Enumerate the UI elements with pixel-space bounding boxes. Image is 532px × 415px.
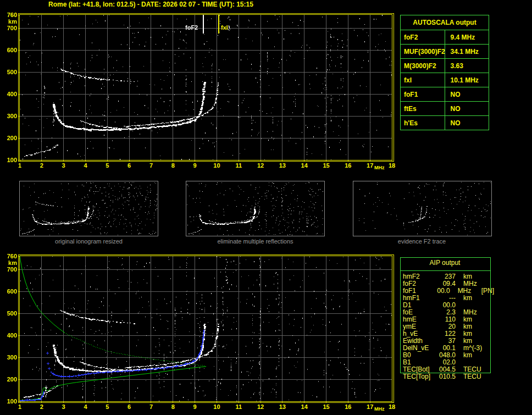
aip-note: [PN] [481, 287, 494, 295]
fxI-marker-label: fxI [221, 24, 228, 31]
x-tick-7: 7 [145, 403, 158, 410]
x-tick-9: 9 [189, 162, 202, 169]
autoscala-row-foF2: foF29.4 MHz [401, 30, 489, 45]
y-tick-600: 600 [0, 47, 17, 53]
y-tick-760: 760 [0, 12, 17, 18]
thumbnail-caption: original ionogram resized [19, 238, 158, 245]
aip-value: 010.5 [435, 373, 456, 380]
y-tick-760: 760 [0, 253, 17, 259]
x-tick-16: 16 [341, 162, 354, 169]
y-tick-300: 300 [0, 113, 17, 119]
x-tick-11: 11 [232, 162, 245, 169]
thumbnail-eliminate-reflections [186, 181, 325, 236]
x-tick-16: 16 [341, 403, 354, 410]
main-ionogram-plot [18, 13, 394, 162]
x-tick-12: 12 [254, 162, 267, 169]
autoscala-table: AUTOSCALA output foF29.4 MHz MUF(3000)F2… [400, 15, 489, 130]
aip-unit: km [463, 295, 489, 302]
y-tick-700: 700 [0, 25, 17, 31]
y-tick-400: 400 [0, 91, 17, 97]
page-title: Rome (lat: +41.8, lon: 012.5) - DATE: 20… [48, 1, 253, 8]
x-tick-14: 14 [298, 162, 311, 169]
x-tick-8: 8 [167, 403, 180, 410]
y-tick-500: 500 [0, 69, 17, 75]
x-tick-15: 15 [320, 162, 333, 169]
x-tick-10: 10 [210, 403, 223, 410]
x-tick-8: 8 [167, 162, 180, 169]
x-tick-11: 11 [232, 403, 245, 410]
x-tick-9: 9 [189, 403, 202, 410]
autoscala-header: AUTOSCALA output [401, 15, 489, 30]
autoscala-row-MUF3000F2: MUF(3000)F234.1 MHz [401, 45, 489, 59]
autoscala-row-fxI: fxI10.1 MHz [401, 73, 489, 87]
x-tick-18: 18 [385, 162, 398, 169]
y-tick-300: 300 [0, 354, 17, 361]
x-tick-6: 6 [123, 162, 136, 169]
aip-header-divider [400, 270, 490, 271]
main-ionogram-canvas [18, 13, 394, 162]
autoscala-row-foF1: foF1NO [401, 87, 489, 102]
y-axis-unit-km: km [0, 18, 17, 25]
x-tick-4: 4 [79, 403, 92, 410]
x-tick-2: 2 [35, 403, 48, 410]
autoscala-row-ftEs: ftEsNO [401, 102, 489, 116]
thumbnail-evidence-f2 [353, 181, 492, 236]
aip-label: TEC[Top] [403, 373, 435, 380]
x-tick-14: 14 [298, 403, 311, 410]
autoscala-screen: Rome (lat: +41.8, lon: 012.5) - DATE: 20… [0, 0, 532, 415]
aip-header: AIP output [400, 259, 490, 267]
aip-row-TEC[Top]: TEC[Top]010.5TECU [403, 373, 494, 380]
x-tick-13: 13 [276, 403, 289, 410]
thumbnail-canvas [186, 181, 324, 236]
x-tick-6: 6 [123, 403, 136, 410]
x-tick-10: 10 [210, 162, 223, 169]
y-tick-500: 500 [0, 310, 17, 317]
y-tick-200: 200 [0, 135, 17, 141]
x-tick-13: 13 [276, 162, 289, 169]
x-tick-12: 12 [254, 403, 267, 410]
x-tick-3: 3 [57, 403, 70, 410]
foF2-marker-label: foF2 [185, 24, 198, 31]
x-tick-1: 1 [13, 162, 26, 169]
aip-unit: TECU [463, 373, 489, 380]
y-tick-400: 400 [0, 332, 17, 339]
x-tick-7: 7 [145, 162, 158, 169]
x-tick-2: 2 [35, 162, 48, 169]
autoscala-row-M3000F2: M(3000)F23.63 [401, 59, 489, 73]
x-tick-4: 4 [79, 162, 92, 169]
autoscala-row-hEs: h'EsNO [401, 116, 489, 130]
aip-unit: km [463, 352, 489, 359]
x-axis-unit-mhz: MHz [374, 165, 385, 170]
x-axis-unit-mhz: MHz [374, 406, 385, 412]
thumbnail-original-ionogram [19, 181, 158, 236]
y-tick-200: 200 [0, 376, 17, 383]
x-tick-1: 1 [13, 403, 26, 410]
profile-ionogram-canvas [18, 254, 394, 403]
aip-value: 00.0 [431, 287, 450, 295]
y-tick-600: 600 [0, 288, 17, 295]
x-tick-3: 3 [57, 162, 70, 169]
y-tick-700: 700 [0, 266, 17, 273]
thumbnail-canvas [353, 181, 491, 236]
thumbnail-caption: eliminate multiple reflections [186, 238, 325, 245]
x-tick-5: 5 [101, 403, 114, 410]
x-tick-5: 5 [101, 162, 114, 169]
thumbnail-canvas [20, 181, 158, 236]
profile-ionogram-plot [18, 254, 394, 403]
thumbnail-caption: evidence F2 trace [352, 238, 491, 245]
y-axis-unit-km: km [0, 259, 17, 266]
aip-table: hmF2237kmfoF209.4MHzfoF100.0MHz[PN]hmF1-… [403, 273, 494, 380]
x-tick-18: 18 [385, 403, 398, 410]
x-tick-15: 15 [320, 403, 333, 410]
